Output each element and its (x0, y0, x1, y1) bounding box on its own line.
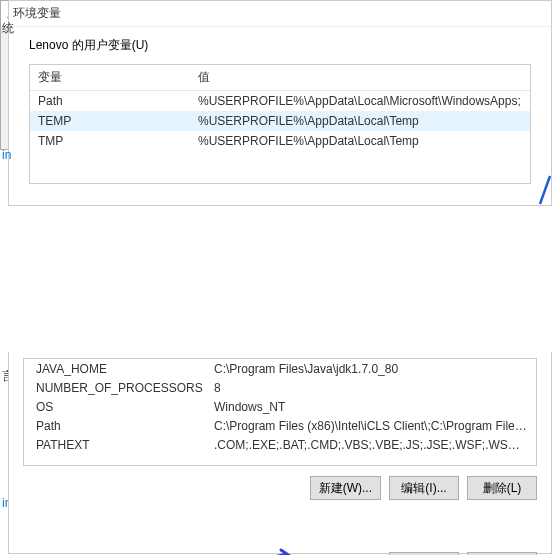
table-row[interactable]: Path %USERPROFILE%\AppData\Local\Microso… (30, 91, 530, 111)
cell-var: TMP (30, 132, 190, 150)
arrow-icon (239, 548, 299, 555)
side-text: in (2, 148, 11, 162)
delete-button[interactable]: 删除(L) (467, 476, 537, 500)
decorative-stroke (538, 172, 554, 206)
table-row[interactable]: JAVA_HOME C:\Program Files\Java\jdk1.7.0… (24, 359, 536, 378)
table-row[interactable]: TMP %USERPROFILE%\AppData\Local\Temp (30, 131, 530, 151)
sys-table-body: JAVA_HOME C:\Program Files\Java\jdk1.7.0… (24, 359, 536, 454)
cell-var: JAVA_HOME (24, 360, 206, 378)
cell-val: C:\Program Files\Java\jdk1.7.0_80 (206, 360, 536, 378)
side-text: 统 (2, 20, 14, 37)
env-vars-dialog: 环境变量 Lenovo 的用户变量(U) 变量 值 Path %USERPROF… (8, 0, 552, 206)
table-row[interactable]: PATHEXT .COM;.EXE;.BAT;.CMD;.VBS;.VBE;.J… (24, 435, 536, 454)
env-title: 环境变量 (13, 5, 547, 22)
user-vars-table[interactable]: 变量 值 Path %USERPROFILE%\AppData\Local\Mi… (29, 64, 531, 184)
cell-var: Path (30, 92, 190, 110)
table-row[interactable]: OS Windows_NT (24, 397, 536, 416)
col-value[interactable]: 值 (190, 65, 530, 90)
user-vars-label: Lenovo 的用户变量(U) (9, 27, 551, 60)
cell-val: Windows_NT (206, 398, 536, 416)
table-row[interactable]: Path C:\Program Files (x86)\Intel\iCLS C… (24, 416, 536, 435)
cell-var: TEMP (30, 112, 190, 130)
cell-var: PATHEXT (24, 436, 206, 454)
env-titlebar: 环境变量 (9, 1, 551, 27)
sys-vars-table[interactable]: JAVA_HOME C:\Program Files\Java\jdk1.7.0… (23, 358, 537, 466)
cell-val: C:\Program Files (x86)\Intel\iCLS Client… (206, 417, 536, 435)
cell-val: 8 (206, 379, 536, 397)
edit-button[interactable]: 编辑(I)... (389, 476, 459, 500)
col-variable[interactable]: 变量 (30, 65, 190, 90)
sys-crud-buttons: 新建(W)... 编辑(I)... 删除(L) (9, 466, 551, 500)
table-header: 变量 值 (30, 65, 530, 91)
cell-var: OS (24, 398, 206, 416)
cell-var: Path (24, 417, 206, 435)
table-row[interactable]: NUMBER_OF_PROCESSORS 8 (24, 378, 536, 397)
sys-confirm-buttons: 确定 取消 (9, 500, 551, 555)
cell-var: NUMBER_OF_PROCESSORS (24, 379, 206, 397)
sys-vars-section: JAVA_HOME C:\Program Files\Java\jdk1.7.0… (8, 352, 552, 554)
table-body: Path %USERPROFILE%\AppData\Local\Microso… (30, 91, 530, 151)
cell-val: %USERPROFILE%\AppData\Local\Temp (190, 112, 530, 130)
cell-val: %USERPROFILE%\AppData\Local\Temp (190, 132, 530, 150)
table-row[interactable]: TEMP %USERPROFILE%\AppData\Local\Temp (30, 111, 530, 131)
cell-val: .COM;.EXE;.BAT;.CMD;.VBS;.VBE;.JS;.JSE;.… (206, 436, 536, 454)
cell-val: %USERPROFILE%\AppData\Local\Microsoft\Wi… (190, 92, 530, 110)
new-button[interactable]: 新建(W)... (310, 476, 381, 500)
